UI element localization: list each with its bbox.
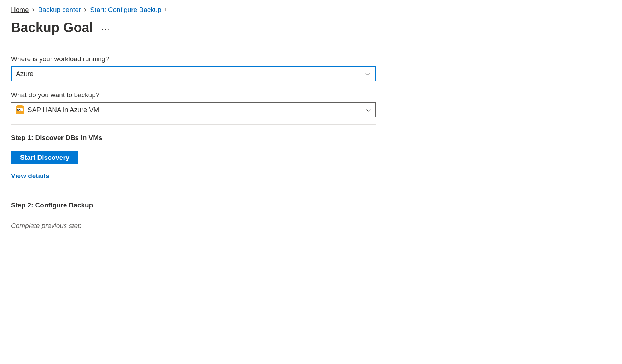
chevron-right-icon	[84, 7, 87, 13]
step1-title: Step 1: Discover DBs in VMs	[11, 134, 376, 142]
chevron-right-icon	[32, 7, 35, 13]
divider	[11, 192, 376, 192]
chevron-right-icon	[164, 7, 168, 13]
step2-message: Complete previous step	[11, 222, 376, 230]
page-title: Backup Goal	[11, 20, 93, 35]
workload-label: Where is your workload running?	[11, 55, 376, 63]
breadcrumb-start-configure[interactable]: Start: Configure Backup	[90, 6, 162, 14]
breadcrumb-backup-center[interactable]: Backup center	[38, 6, 81, 14]
backup-type-label: What do you want to backup?	[11, 91, 376, 99]
breadcrumb-home[interactable]: Home	[11, 6, 29, 14]
backup-type-dropdown[interactable]: SAP SAP HANA in Azure VM	[11, 102, 376, 117]
start-discovery-button[interactable]: Start Discovery	[11, 151, 78, 164]
workload-value: Azure	[16, 70, 34, 78]
breadcrumb: Home Backup center Start: Configure Back…	[11, 6, 611, 14]
title-row: Backup Goal ···	[11, 20, 611, 35]
sap-hana-icon: SAP	[16, 106, 24, 114]
chevron-down-icon	[365, 107, 371, 113]
workload-dropdown[interactable]: Azure	[11, 66, 376, 81]
divider	[11, 239, 376, 239]
step2-title: Step 2: Configure Backup	[11, 201, 376, 209]
more-actions-icon[interactable]: ···	[101, 23, 110, 33]
backup-type-value: SAP HANA in Azure VM	[28, 106, 99, 114]
divider	[11, 124, 376, 125]
chevron-down-icon	[365, 71, 371, 77]
view-details-link[interactable]: View details	[11, 172, 49, 180]
